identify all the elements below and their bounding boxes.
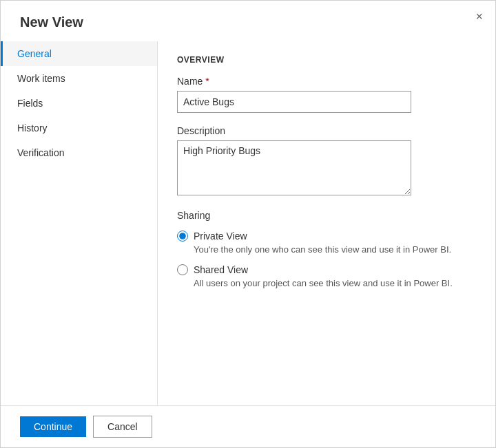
shared-view-desc: All users on your project can see this v… (194, 278, 476, 288)
overview-section-label: Overview (177, 55, 476, 65)
sidebar-item-fields[interactable]: Fields (1, 91, 157, 116)
continue-button[interactable]: Continue (20, 416, 86, 437)
private-view-row: Private View (177, 231, 476, 242)
sidebar-item-work-items[interactable]: Work items (1, 66, 157, 91)
close-button[interactable]: × (475, 10, 483, 23)
name-field-group: Name * (177, 76, 476, 113)
new-view-dialog: × New View General Work items Fields His… (0, 0, 496, 448)
private-view-option: Private View You're the only one who can… (177, 231, 476, 255)
sidebar-item-general[interactable]: General (1, 41, 157, 66)
cancel-button[interactable]: Cancel (93, 416, 152, 438)
shared-view-row: Shared View (177, 264, 476, 275)
description-input[interactable] (177, 140, 411, 195)
private-view-radio[interactable] (177, 231, 188, 242)
shared-view-radio[interactable] (177, 264, 188, 275)
required-star: * (205, 76, 209, 87)
sidebar-item-history[interactable]: History (1, 116, 157, 140)
name-label: Name * (177, 76, 476, 87)
sidebar: General Work items Fields History Verifi… (1, 41, 158, 405)
description-label: Description (177, 125, 476, 136)
main-content: Overview Name * Description Sharing Priv… (158, 41, 495, 405)
sharing-label: Sharing (177, 210, 476, 221)
description-field-group: Description (177, 125, 476, 198)
private-view-desc: You're the only one who can see this vie… (194, 244, 476, 255)
dialog-body: General Work items Fields History Verifi… (1, 41, 495, 405)
sidebar-item-verification[interactable]: Verification (1, 140, 157, 165)
shared-view-option: Shared View All users on your project ca… (177, 264, 476, 288)
dialog-title: New View (1, 1, 495, 41)
private-view-label[interactable]: Private View (194, 231, 247, 242)
shared-view-label[interactable]: Shared View (194, 264, 248, 275)
dialog-footer: Continue Cancel (1, 405, 495, 447)
sharing-section: Sharing Private View You're the only one… (177, 210, 476, 288)
name-input[interactable] (177, 91, 411, 113)
